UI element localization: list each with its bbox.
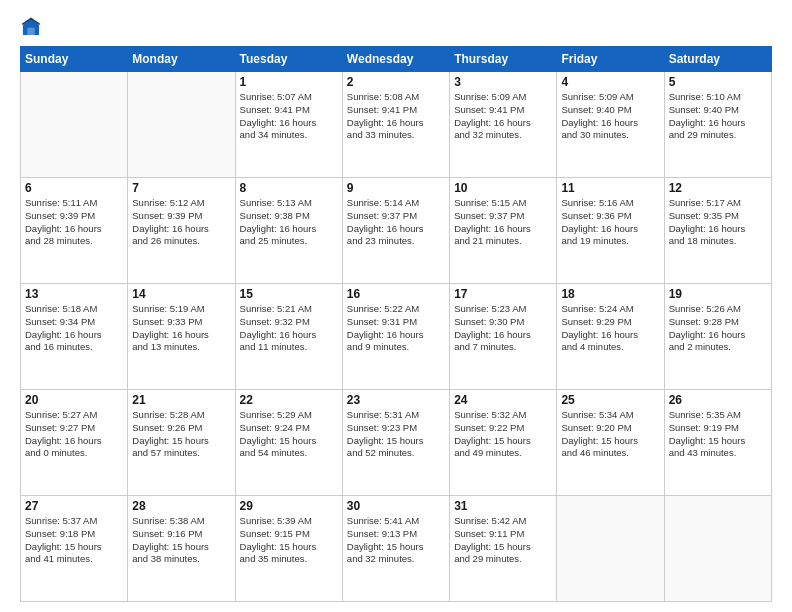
day-number: 30: [347, 499, 445, 513]
calendar-cell: [128, 72, 235, 178]
day-detail: Sunrise: 5:09 AM Sunset: 9:41 PM Dayligh…: [454, 91, 552, 142]
day-detail: Sunrise: 5:13 AM Sunset: 9:38 PM Dayligh…: [240, 197, 338, 248]
calendar-cell: 29Sunrise: 5:39 AM Sunset: 9:15 PM Dayli…: [235, 496, 342, 602]
day-number: 23: [347, 393, 445, 407]
day-detail: Sunrise: 5:31 AM Sunset: 9:23 PM Dayligh…: [347, 409, 445, 460]
calendar-cell: 10Sunrise: 5:15 AM Sunset: 9:37 PM Dayli…: [450, 178, 557, 284]
day-detail: Sunrise: 5:12 AM Sunset: 9:39 PM Dayligh…: [132, 197, 230, 248]
calendar-week-5: 27Sunrise: 5:37 AM Sunset: 9:18 PM Dayli…: [21, 496, 772, 602]
calendar-cell: 6Sunrise: 5:11 AM Sunset: 9:39 PM Daylig…: [21, 178, 128, 284]
weekday-header-wednesday: Wednesday: [342, 47, 449, 72]
day-detail: Sunrise: 5:26 AM Sunset: 9:28 PM Dayligh…: [669, 303, 767, 354]
day-number: 16: [347, 287, 445, 301]
day-number: 29: [240, 499, 338, 513]
calendar-cell: [21, 72, 128, 178]
day-detail: Sunrise: 5:38 AM Sunset: 9:16 PM Dayligh…: [132, 515, 230, 566]
calendar-cell: 28Sunrise: 5:38 AM Sunset: 9:16 PM Dayli…: [128, 496, 235, 602]
calendar-cell: 20Sunrise: 5:27 AM Sunset: 9:27 PM Dayli…: [21, 390, 128, 496]
day-detail: Sunrise: 5:23 AM Sunset: 9:30 PM Dayligh…: [454, 303, 552, 354]
day-detail: Sunrise: 5:15 AM Sunset: 9:37 PM Dayligh…: [454, 197, 552, 248]
calendar-cell: 13Sunrise: 5:18 AM Sunset: 9:34 PM Dayli…: [21, 284, 128, 390]
day-number: 6: [25, 181, 123, 195]
day-number: 7: [132, 181, 230, 195]
calendar-cell: 24Sunrise: 5:32 AM Sunset: 9:22 PM Dayli…: [450, 390, 557, 496]
day-number: 18: [561, 287, 659, 301]
day-detail: Sunrise: 5:09 AM Sunset: 9:40 PM Dayligh…: [561, 91, 659, 142]
day-number: 13: [25, 287, 123, 301]
calendar-cell: 9Sunrise: 5:14 AM Sunset: 9:37 PM Daylig…: [342, 178, 449, 284]
day-detail: Sunrise: 5:24 AM Sunset: 9:29 PM Dayligh…: [561, 303, 659, 354]
day-number: 20: [25, 393, 123, 407]
logo: [20, 16, 46, 38]
day-number: 12: [669, 181, 767, 195]
calendar-cell: 8Sunrise: 5:13 AM Sunset: 9:38 PM Daylig…: [235, 178, 342, 284]
day-number: 25: [561, 393, 659, 407]
day-number: 19: [669, 287, 767, 301]
calendar-cell: 7Sunrise: 5:12 AM Sunset: 9:39 PM Daylig…: [128, 178, 235, 284]
calendar-cell: 21Sunrise: 5:28 AM Sunset: 9:26 PM Dayli…: [128, 390, 235, 496]
weekday-header-monday: Monday: [128, 47, 235, 72]
calendar-cell: 31Sunrise: 5:42 AM Sunset: 9:11 PM Dayli…: [450, 496, 557, 602]
day-number: 26: [669, 393, 767, 407]
calendar-cell: 18Sunrise: 5:24 AM Sunset: 9:29 PM Dayli…: [557, 284, 664, 390]
calendar-cell: 19Sunrise: 5:26 AM Sunset: 9:28 PM Dayli…: [664, 284, 771, 390]
day-detail: Sunrise: 5:35 AM Sunset: 9:19 PM Dayligh…: [669, 409, 767, 460]
day-detail: Sunrise: 5:37 AM Sunset: 9:18 PM Dayligh…: [25, 515, 123, 566]
day-number: 8: [240, 181, 338, 195]
day-number: 31: [454, 499, 552, 513]
day-number: 24: [454, 393, 552, 407]
calendar-cell: [664, 496, 771, 602]
calendar-table: SundayMondayTuesdayWednesdayThursdayFrid…: [20, 46, 772, 602]
calendar-cell: 17Sunrise: 5:23 AM Sunset: 9:30 PM Dayli…: [450, 284, 557, 390]
calendar-cell: 25Sunrise: 5:34 AM Sunset: 9:20 PM Dayli…: [557, 390, 664, 496]
calendar-cell: 15Sunrise: 5:21 AM Sunset: 9:32 PM Dayli…: [235, 284, 342, 390]
day-detail: Sunrise: 5:34 AM Sunset: 9:20 PM Dayligh…: [561, 409, 659, 460]
calendar-cell: [557, 496, 664, 602]
calendar-cell: 1Sunrise: 5:07 AM Sunset: 9:41 PM Daylig…: [235, 72, 342, 178]
calendar-cell: 23Sunrise: 5:31 AM Sunset: 9:23 PM Dayli…: [342, 390, 449, 496]
day-number: 10: [454, 181, 552, 195]
weekday-header-sunday: Sunday: [21, 47, 128, 72]
day-number: 3: [454, 75, 552, 89]
calendar-cell: 12Sunrise: 5:17 AM Sunset: 9:35 PM Dayli…: [664, 178, 771, 284]
day-detail: Sunrise: 5:07 AM Sunset: 9:41 PM Dayligh…: [240, 91, 338, 142]
calendar-cell: 11Sunrise: 5:16 AM Sunset: 9:36 PM Dayli…: [557, 178, 664, 284]
calendar-cell: 5Sunrise: 5:10 AM Sunset: 9:40 PM Daylig…: [664, 72, 771, 178]
day-detail: Sunrise: 5:10 AM Sunset: 9:40 PM Dayligh…: [669, 91, 767, 142]
calendar-week-4: 20Sunrise: 5:27 AM Sunset: 9:27 PM Dayli…: [21, 390, 772, 496]
day-number: 17: [454, 287, 552, 301]
weekday-header-friday: Friday: [557, 47, 664, 72]
day-detail: Sunrise: 5:21 AM Sunset: 9:32 PM Dayligh…: [240, 303, 338, 354]
calendar-cell: 27Sunrise: 5:37 AM Sunset: 9:18 PM Dayli…: [21, 496, 128, 602]
calendar-week-3: 13Sunrise: 5:18 AM Sunset: 9:34 PM Dayli…: [21, 284, 772, 390]
day-number: 4: [561, 75, 659, 89]
calendar-cell: 2Sunrise: 5:08 AM Sunset: 9:41 PM Daylig…: [342, 72, 449, 178]
day-detail: Sunrise: 5:29 AM Sunset: 9:24 PM Dayligh…: [240, 409, 338, 460]
day-detail: Sunrise: 5:11 AM Sunset: 9:39 PM Dayligh…: [25, 197, 123, 248]
calendar-week-2: 6Sunrise: 5:11 AM Sunset: 9:39 PM Daylig…: [21, 178, 772, 284]
calendar-cell: 22Sunrise: 5:29 AM Sunset: 9:24 PM Dayli…: [235, 390, 342, 496]
weekday-header-row: SundayMondayTuesdayWednesdayThursdayFrid…: [21, 47, 772, 72]
weekday-header-thursday: Thursday: [450, 47, 557, 72]
day-detail: Sunrise: 5:22 AM Sunset: 9:31 PM Dayligh…: [347, 303, 445, 354]
day-detail: Sunrise: 5:41 AM Sunset: 9:13 PM Dayligh…: [347, 515, 445, 566]
calendar-cell: 4Sunrise: 5:09 AM Sunset: 9:40 PM Daylig…: [557, 72, 664, 178]
calendar-cell: 30Sunrise: 5:41 AM Sunset: 9:13 PM Dayli…: [342, 496, 449, 602]
generalblue-icon: [20, 16, 42, 38]
day-detail: Sunrise: 5:42 AM Sunset: 9:11 PM Dayligh…: [454, 515, 552, 566]
day-number: 28: [132, 499, 230, 513]
day-number: 27: [25, 499, 123, 513]
day-detail: Sunrise: 5:28 AM Sunset: 9:26 PM Dayligh…: [132, 409, 230, 460]
day-detail: Sunrise: 5:08 AM Sunset: 9:41 PM Dayligh…: [347, 91, 445, 142]
day-detail: Sunrise: 5:17 AM Sunset: 9:35 PM Dayligh…: [669, 197, 767, 248]
day-detail: Sunrise: 5:39 AM Sunset: 9:15 PM Dayligh…: [240, 515, 338, 566]
day-detail: Sunrise: 5:32 AM Sunset: 9:22 PM Dayligh…: [454, 409, 552, 460]
day-detail: Sunrise: 5:27 AM Sunset: 9:27 PM Dayligh…: [25, 409, 123, 460]
calendar-cell: 3Sunrise: 5:09 AM Sunset: 9:41 PM Daylig…: [450, 72, 557, 178]
day-number: 15: [240, 287, 338, 301]
page: SundayMondayTuesdayWednesdayThursdayFrid…: [0, 0, 792, 612]
day-number: 14: [132, 287, 230, 301]
day-number: 1: [240, 75, 338, 89]
day-number: 22: [240, 393, 338, 407]
day-number: 9: [347, 181, 445, 195]
